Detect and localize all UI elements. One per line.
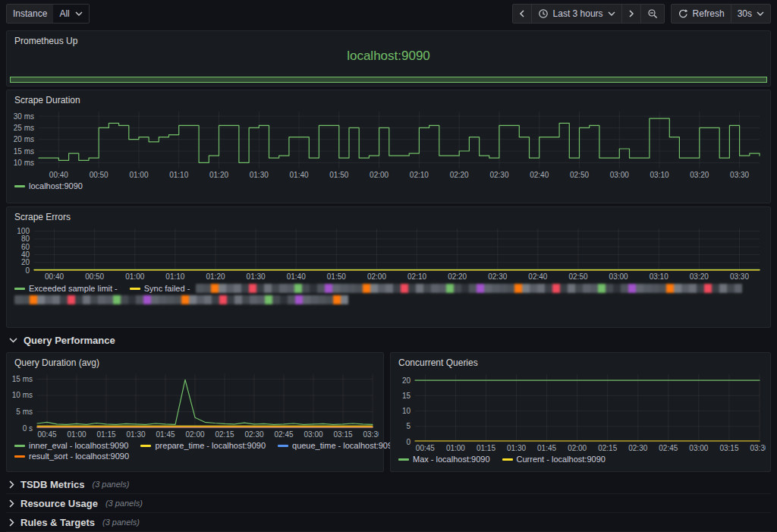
svg-text:02:30: 02:30	[244, 430, 263, 439]
svg-text:03:00: 03:00	[689, 444, 708, 452]
svg-text:40: 40	[21, 250, 30, 259]
scrape-errors-chart[interactable]: 02040608010000:4000:5001:0001:1001:2001:…	[8, 224, 766, 282]
svg-text:00:50: 00:50	[85, 272, 104, 281]
legend-item[interactable]: Exceeded sample limit -	[14, 284, 118, 293]
panel-title-query-duration[interactable]: Query Duration (avg)	[7, 353, 107, 370]
svg-text:02:40: 02:40	[530, 171, 549, 179]
svg-text:00:45: 00:45	[37, 430, 56, 439]
panel-scrape-errors: Scrape Errors 02040608010000:4000:5001:0…	[6, 206, 771, 328]
legend-item[interactable]: queue_time - localhost:9090	[278, 441, 397, 450]
scrape-duration-chart[interactable]: 10 ms15 ms20 ms25 ms30 ms00:4000:5001:00…	[8, 107, 766, 180]
legend-swatch	[14, 455, 25, 458]
refresh-button[interactable]: Refresh	[671, 4, 731, 24]
svg-text:10: 10	[402, 407, 411, 415]
time-shift-forward-button[interactable]	[621, 4, 641, 24]
refresh-interval-value: 30s	[738, 8, 752, 19]
svg-text:01:00: 01:00	[67, 430, 86, 439]
svg-text:10 ms: 10 ms	[12, 391, 33, 399]
svg-text:02:00: 02:00	[185, 430, 204, 439]
svg-text:03:20: 03:20	[690, 171, 709, 179]
clock-icon	[538, 8, 549, 19]
legend-item[interactable]: Sync failed -	[130, 284, 190, 293]
svg-text:03:30: 03:30	[750, 444, 766, 452]
row-header-query-performance[interactable]: Query Performance	[6, 331, 771, 349]
svg-text:03:15: 03:15	[719, 444, 738, 452]
svg-text:02:00: 02:00	[568, 444, 587, 452]
svg-text:02:20: 02:20	[448, 272, 467, 281]
legend-label: inner_eval - localhost:9090	[29, 441, 128, 450]
svg-text:01:00: 01:00	[125, 272, 144, 281]
legend-item[interactable]: prepare_time - localhost:9090	[140, 441, 266, 450]
legend-swatch	[14, 185, 25, 187]
svg-text:20: 20	[402, 376, 411, 385]
panel-prometheus-up: Prometheus Up localhost:9090	[6, 30, 771, 87]
svg-text:5: 5	[406, 422, 411, 430]
svg-text:01:45: 01:45	[537, 444, 556, 452]
panel-title-scrape-duration[interactable]: Scrape Duration	[7, 90, 88, 107]
svg-text:01:40: 01:40	[287, 272, 306, 281]
svg-text:02:30: 02:30	[488, 272, 507, 281]
svg-text:01:50: 01:50	[329, 171, 348, 179]
panel-title-concurrent-queries[interactable]: Concurrent Queries	[391, 353, 486, 370]
time-shift-back-button[interactable]	[512, 4, 532, 24]
row-title-query-performance: Query Performance	[24, 335, 115, 346]
redacted-legend-row[interactable]	[14, 295, 353, 304]
legend-swatch	[398, 458, 409, 461]
query-duration-legend-row2: result_sort - localhost:9090	[7, 450, 383, 461]
refresh-icon	[678, 8, 688, 19]
svg-text:60: 60	[21, 243, 30, 251]
svg-text:02:50: 02:50	[568, 272, 587, 281]
svg-text:00:40: 00:40	[49, 171, 68, 179]
legend-item[interactable]: result_sort - localhost:9090	[14, 452, 129, 461]
concurrent-queries-chart[interactable]: 0510152000:4501:0001:1501:3001:4502:0002…	[392, 370, 766, 453]
legend-label: Max - localhost:9090	[413, 455, 490, 464]
time-range-picker-button[interactable]: Last 3 hours	[531, 4, 622, 24]
refresh-label: Refresh	[693, 8, 725, 19]
svg-text:0: 0	[25, 266, 30, 275]
variable-instance-control: Instance All	[6, 4, 90, 24]
zoom-out-button[interactable]	[640, 4, 665, 24]
svg-text:01:10: 01:10	[169, 171, 188, 179]
svg-text:02:45: 02:45	[274, 430, 293, 439]
variable-instance-dropdown[interactable]: All	[53, 5, 88, 23]
svg-text:02:45: 02:45	[659, 444, 678, 452]
svg-text:02:50: 02:50	[570, 171, 589, 179]
svg-text:03:15: 03:15	[333, 430, 352, 439]
legend-item[interactable]: Current - localhost:9090	[502, 455, 606, 464]
concurrent-queries-legend: Max - localhost:9090Current - localhost:…	[391, 453, 770, 464]
svg-text:03:30: 03:30	[730, 272, 749, 281]
svg-text:10 ms: 10 ms	[14, 159, 34, 167]
legend-item[interactable]: Max - localhost:9090	[398, 455, 490, 464]
panel-title-prometheus-up[interactable]: Prometheus Up	[7, 31, 85, 48]
legend-item[interactable]: inner_eval - localhost:9090	[14, 441, 128, 450]
svg-text:01:45: 01:45	[156, 430, 175, 439]
panel-title-scrape-errors[interactable]: Scrape Errors	[7, 207, 78, 224]
row-header-resource-usage[interactable]: Resource Usage (3 panels)	[6, 494, 771, 513]
refresh-interval-dropdown[interactable]: 30s	[731, 4, 771, 24]
svg-text:02:30: 02:30	[628, 444, 647, 452]
row-header-rules-targets[interactable]: Rules & Targets (3 panels)	[6, 513, 771, 532]
chevron-down-icon	[757, 11, 764, 16]
redacted-legend-row[interactable]	[196, 284, 763, 293]
svg-text:100: 100	[17, 227, 30, 235]
svg-text:02:10: 02:10	[410, 171, 429, 179]
svg-text:03:00: 03:00	[609, 272, 628, 281]
time-range-label: Last 3 hours	[553, 8, 603, 19]
legend-label: queue_time - localhost:9090	[292, 441, 397, 450]
svg-text:02:20: 02:20	[450, 171, 469, 179]
legend-swatch	[502, 458, 513, 461]
svg-text:25 ms: 25 ms	[14, 124, 34, 132]
legend-swatch	[14, 445, 25, 447]
legend-item[interactable]: localhost:9090	[14, 181, 83, 190]
svg-text:01:50: 01:50	[327, 272, 346, 281]
svg-text:01:30: 01:30	[247, 272, 266, 281]
row-header-tsdb-metrics[interactable]: TSDB Metrics (3 panels)	[6, 475, 771, 494]
svg-text:02:10: 02:10	[407, 272, 426, 281]
svg-text:15 ms: 15 ms	[12, 375, 33, 383]
query-duration-chart[interactable]: 0 s5 ms10 ms15 ms00:4501:0001:1501:3001:…	[8, 370, 379, 439]
svg-text:03:30: 03:30	[363, 430, 379, 439]
svg-text:01:40: 01:40	[290, 171, 309, 179]
scrape-errors-legend: Exceeded sample limit -Sync failed -	[14, 284, 190, 293]
collapsed-rows: TSDB Metrics (3 panels) Resource Usage (…	[6, 475, 771, 532]
chevron-right-icon	[9, 499, 14, 508]
